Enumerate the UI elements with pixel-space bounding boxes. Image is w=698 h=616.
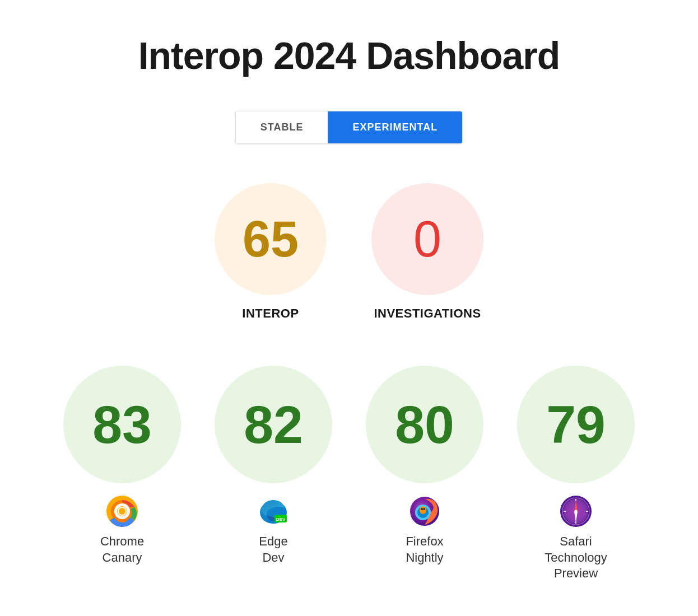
experimental-tab[interactable]: EXPERIMENTAL xyxy=(328,111,462,143)
browser-firefox-nightly: 80 xyxy=(363,366,486,566)
firefox-nightly-info: FirefoxNightly xyxy=(406,494,443,566)
safari-tp-score: 79 xyxy=(546,398,606,451)
safari-tp-name: SafariTechnologyPreview xyxy=(545,534,607,582)
edge-dev-circle: 82 xyxy=(215,366,332,483)
browser-edge-dev: 82 xyxy=(212,366,335,566)
firefox-nightly-circle: 80 xyxy=(366,366,483,483)
page-title: Interop 2024 Dashboard xyxy=(138,34,560,77)
edge-dev-score: 82 xyxy=(244,398,303,451)
interop-score-item: 65 INTEROP xyxy=(215,183,327,321)
firefox-nightly-name: FirefoxNightly xyxy=(406,534,443,566)
svg-text:DEV: DEV xyxy=(276,517,286,522)
chrome-canary-score: 83 xyxy=(92,398,152,451)
svg-point-20 xyxy=(575,510,578,513)
chrome-canary-info: ChromeCanary xyxy=(100,494,144,566)
svg-point-13 xyxy=(421,508,423,510)
safari-tp-info: SafariTechnologyPreview xyxy=(545,494,607,582)
svg-point-5 xyxy=(119,508,125,515)
interop-circle: 65 xyxy=(215,183,327,295)
browser-chrome-canary: 83 ChromeCanary xyxy=(61,366,184,566)
svg-point-12 xyxy=(420,506,426,514)
firefox-nightly-icon xyxy=(408,494,441,528)
interop-value: 65 xyxy=(243,214,299,264)
interop-label: INTEROP xyxy=(242,306,299,321)
tab-toggle: STABLE EXPERIMENTAL xyxy=(235,111,463,144)
edge-dev-info: DEV EdgeDev xyxy=(257,494,290,566)
investigations-value: 0 xyxy=(413,214,441,264)
firefox-nightly-score: 80 xyxy=(395,398,454,451)
top-scores-section: 65 INTEROP 0 INVESTIGATIONS xyxy=(215,183,483,321)
browsers-section: 83 ChromeCanary 82 xyxy=(61,366,637,582)
chrome-canary-circle: 83 xyxy=(63,366,181,483)
edge-dev-name: EdgeDev xyxy=(259,534,287,566)
chrome-canary-icon xyxy=(105,494,139,528)
safari-tp-icon xyxy=(559,494,593,528)
stable-tab[interactable]: STABLE xyxy=(236,111,328,143)
investigations-label: INVESTIGATIONS xyxy=(374,306,481,321)
svg-point-14 xyxy=(423,508,425,510)
edge-dev-icon: DEV xyxy=(257,494,290,528)
investigations-score-item: 0 INVESTIGATIONS xyxy=(371,183,483,321)
investigations-circle: 0 xyxy=(371,183,483,295)
safari-tp-circle: 79 xyxy=(517,366,635,483)
chrome-canary-name: ChromeCanary xyxy=(100,534,144,566)
browser-safari-tp: 79 xyxy=(514,366,637,582)
